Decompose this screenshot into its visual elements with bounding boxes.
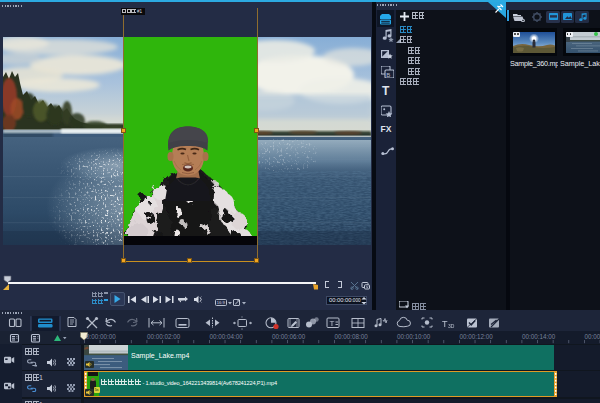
- svg-text:B: B: [386, 72, 390, 78]
- svg-text:3D: 3D: [448, 323, 455, 329]
- svg-text:T: T: [330, 319, 335, 328]
